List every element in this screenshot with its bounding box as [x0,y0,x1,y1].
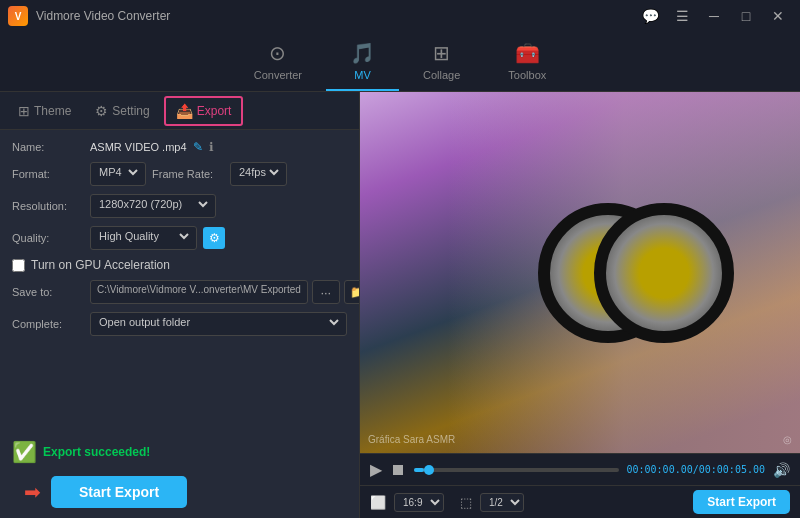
gpu-row: Turn on GPU Acceleration [12,258,347,272]
start-export-button2[interactable]: Start Export [693,490,790,514]
name-info-icon[interactable]: ℹ [209,140,214,154]
complete-dropdown[interactable]: Open output folder [95,315,342,329]
progress-dot [424,465,434,475]
title-bar-controls: 💬 ☰ ─ □ ✕ [636,5,792,27]
toolbox-label: Toolbox [508,69,546,81]
volume-button[interactable]: 🔊 [773,462,790,478]
quality-label: Quality: [12,232,84,244]
menu-button[interactable]: ☰ [668,5,696,27]
tab-theme[interactable]: ⊞ Theme [8,98,81,124]
setting-gear-icon: ⚙ [95,103,108,119]
gpu-label: Turn on GPU Acceleration [31,258,170,272]
aspect-ratio-icon: ⬜ [370,495,386,510]
success-checkmark-icon: ✅ [12,440,37,464]
progress-bar[interactable] [414,468,619,472]
quality-settings-button[interactable]: ⚙ [203,227,225,249]
resolution-row: Resolution: 1280x720 (720p)1920x1080 (10… [12,194,347,218]
title-bar: V Vidmore Video Converter 💬 ☰ ─ □ ✕ [0,0,800,32]
time-display: 00:00:00.00/00:00:05.00 [627,464,766,475]
app-title: Vidmore Video Converter [36,9,170,23]
page-select[interactable]: 1/22/2 [480,493,524,512]
stop-button[interactable]: ⏹ [390,461,406,479]
converter-label: Converter [254,69,302,81]
name-row: Name: ASMR VIDEO .mp4 ✎ ℹ [12,140,347,154]
tab-collage[interactable]: ⊞ Collage [399,33,484,91]
time-current: 00:00:00.00 [627,464,693,475]
tab-toolbox[interactable]: 🧰 Toolbox [484,33,570,91]
video-content: Gráfica Sara ASMR ◎ [360,92,800,453]
page-icon: ⬚ [460,495,472,510]
tab-export[interactable]: 📤 Export [164,96,244,126]
theme-label: Theme [34,104,71,118]
chat-button[interactable]: 💬 [636,5,664,27]
app-logo: V [8,6,28,26]
open-folder-button[interactable]: 📁 [344,280,359,304]
right-panel: Gráfica Sara ASMR ◎ ▶ ⏹ 00:00:00.00/00:0… [360,92,800,518]
tab-converter[interactable]: ⊙ Converter [230,33,326,91]
export-success-area: ✅ Export succeeded! [0,432,359,472]
maximize-button[interactable]: □ [732,5,760,27]
start-export-area: ➡ Start Export [0,472,359,518]
complete-select[interactable]: Open output folder [90,312,347,336]
save-to-label: Save to: [12,286,84,298]
name-value: ASMR VIDEO .mp4 [90,141,187,153]
quality-row: Quality: High QualityMedium Quality ⚙ [12,226,347,250]
resolution-label: Resolution: [12,200,84,212]
left-panel: ⊞ Theme ⚙ Setting 📤 Export Name: ASMR VI… [0,92,360,518]
collage-label: Collage [423,69,460,81]
mv-label: MV [354,69,371,81]
complete-label: Complete: [12,318,84,330]
video-controls2: ⬜ 16:94:31:1 ⬚ 1/22/2 Start Export [360,485,800,518]
frame-rate-label: Frame Rate: [152,168,224,180]
close-button[interactable]: ✕ [764,5,792,27]
save-to-row: Save to: C:\Vidmore\Vidmore V...onverter… [12,280,347,304]
mv-icon: 🎵 [350,41,375,65]
frame-rate-select[interactable]: 24fps30fps60fps [230,162,287,186]
tab-mv[interactable]: 🎵 MV [326,33,399,91]
video-controls: ▶ ⏹ 00:00:00.00/00:00:05.00 🔊 [360,453,800,485]
complete-row: Complete: Open output folder [12,312,347,336]
arrow-indicator-icon: ➡ [24,480,41,504]
save-to-path-row: C:\Vidmore\Vidmore V...onverter\MV Expor… [90,280,359,304]
play-button[interactable]: ▶ [370,460,382,479]
settings-panel: Name: ASMR VIDEO .mp4 ✎ ℹ Format: MP4MOV… [0,130,359,432]
video-corner-mark: ◎ [783,434,792,445]
aspect-ratio-select[interactable]: 16:94:31:1 [394,493,444,512]
converter-icon: ⊙ [269,41,286,65]
video-area: Gráfica Sara ASMR ◎ [360,92,800,453]
main-content: ⊞ Theme ⚙ Setting 📤 Export Name: ASMR VI… [0,92,800,518]
quality-dropdown[interactable]: High QualityMedium Quality [95,229,192,243]
name-edit-icon[interactable]: ✎ [193,140,203,154]
toolbox-icon: 🧰 [515,41,540,65]
browse-button[interactable]: ··· [312,280,340,304]
resolution-select[interactable]: 1280x720 (720p)1920x1080 (1080p) [90,194,216,218]
sub-tabs: ⊞ Theme ⚙ Setting 📤 Export [0,92,359,130]
video-object-right [594,203,734,343]
nav-tabs: ⊙ Converter 🎵 MV ⊞ Collage 🧰 Toolbox [0,32,800,92]
time-total: 00:00:05.00 [699,464,765,475]
name-field-label: Name: [12,141,84,153]
resolution-dropdown[interactable]: 1280x720 (720p)1920x1080 (1080p) [95,197,211,211]
setting-label: Setting [112,104,149,118]
frame-rate-dropdown[interactable]: 24fps30fps60fps [235,165,282,179]
progress-fill [414,468,424,472]
export-success-message: Export succeeded! [43,445,150,459]
tab-setting[interactable]: ⚙ Setting [85,98,159,124]
title-bar-left: V Vidmore Video Converter [8,6,170,26]
quality-select[interactable]: High QualityMedium Quality [90,226,197,250]
collage-icon: ⊞ [433,41,450,65]
format-select[interactable]: MP4MOVAVI [90,162,146,186]
format-dropdown[interactable]: MP4MOVAVI [95,165,141,179]
export-label: Export [197,104,232,118]
gpu-checkbox[interactable] [12,259,25,272]
export-icon: 📤 [176,103,193,119]
save-to-path: C:\Vidmore\Vidmore V...onverter\MV Expor… [90,280,308,304]
theme-grid-icon: ⊞ [18,103,30,119]
start-export-button[interactable]: Start Export [51,476,187,508]
format-label: Format: [12,168,84,180]
video-watermark: Gráfica Sara ASMR [368,434,455,445]
minimize-button[interactable]: ─ [700,5,728,27]
format-row: Format: MP4MOVAVI Frame Rate: 24fps30fps… [12,162,347,186]
